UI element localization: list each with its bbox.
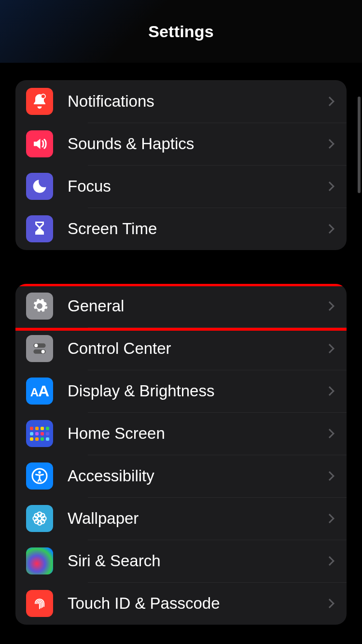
row-label: Control Center bbox=[68, 339, 326, 358]
chevron-right-icon bbox=[325, 344, 334, 353]
row-general[interactable]: General bbox=[15, 285, 347, 327]
chevron-right-icon bbox=[325, 599, 334, 608]
fingerprint-icon bbox=[26, 590, 53, 617]
chevron-right-icon bbox=[325, 386, 334, 396]
scrollbar[interactable] bbox=[358, 97, 361, 193]
row-label: Focus bbox=[68, 177, 326, 196]
row-touch-id-passcode[interactable]: Touch ID & Passcode bbox=[15, 582, 347, 625]
moon-icon bbox=[26, 173, 53, 200]
settings-group-2: General Control Center AA Display & Brig… bbox=[15, 284, 347, 625]
row-label: Display & Brightness bbox=[68, 382, 326, 400]
row-focus[interactable]: Focus bbox=[15, 165, 347, 208]
page-title: Settings bbox=[148, 22, 214, 41]
chevron-right-icon bbox=[325, 471, 334, 481]
text-size-icon: AA bbox=[26, 378, 53, 405]
row-accessibility[interactable]: Accessibility bbox=[15, 455, 347, 497]
row-label: Touch ID & Passcode bbox=[68, 594, 326, 613]
chevron-right-icon bbox=[325, 224, 334, 234]
row-label: Sounds & Haptics bbox=[68, 135, 326, 153]
row-notifications[interactable]: Notifications bbox=[15, 80, 347, 123]
row-label: General bbox=[68, 297, 326, 315]
row-label: Home Screen bbox=[68, 424, 326, 443]
flower-icon bbox=[26, 505, 53, 532]
row-control-center[interactable]: Control Center bbox=[15, 327, 347, 370]
chevron-right-icon bbox=[325, 301, 334, 311]
chevron-right-icon bbox=[325, 429, 334, 438]
row-sounds-haptics[interactable]: Sounds & Haptics bbox=[15, 123, 347, 165]
row-screen-time[interactable]: Screen Time bbox=[15, 208, 347, 250]
hourglass-icon bbox=[26, 215, 53, 242]
svg-point-0 bbox=[41, 94, 45, 98]
row-label: Notifications bbox=[68, 92, 326, 111]
row-label: Screen Time bbox=[68, 220, 326, 238]
bell-icon bbox=[26, 88, 53, 115]
svg-point-6 bbox=[38, 471, 41, 474]
row-display-brightness[interactable]: AA Display & Brightness bbox=[15, 370, 347, 412]
chevron-right-icon bbox=[325, 556, 334, 566]
row-label: Wallpaper bbox=[68, 509, 326, 528]
svg-point-2 bbox=[34, 344, 38, 347]
row-label: Accessibility bbox=[68, 467, 326, 485]
row-siri-search[interactable]: Siri & Search bbox=[15, 540, 347, 582]
chevron-right-icon bbox=[325, 182, 334, 191]
settings-group-1: Notifications Sounds & Haptics Focus Scr… bbox=[15, 80, 347, 250]
chevron-right-icon bbox=[325, 97, 334, 106]
gear-icon bbox=[26, 293, 53, 320]
row-wallpaper[interactable]: Wallpaper bbox=[15, 497, 347, 540]
svg-point-4 bbox=[42, 350, 45, 353]
grid-icon bbox=[26, 420, 53, 447]
toggles-icon bbox=[26, 335, 53, 362]
siri-icon bbox=[26, 547, 53, 574]
accessibility-icon bbox=[26, 462, 53, 490]
chevron-right-icon bbox=[325, 514, 334, 523]
row-home-screen[interactable]: Home Screen bbox=[15, 412, 347, 455]
speaker-icon bbox=[26, 130, 53, 157]
chevron-right-icon bbox=[325, 139, 334, 149]
header: Settings bbox=[0, 0, 362, 63]
row-label: Siri & Search bbox=[68, 552, 326, 570]
